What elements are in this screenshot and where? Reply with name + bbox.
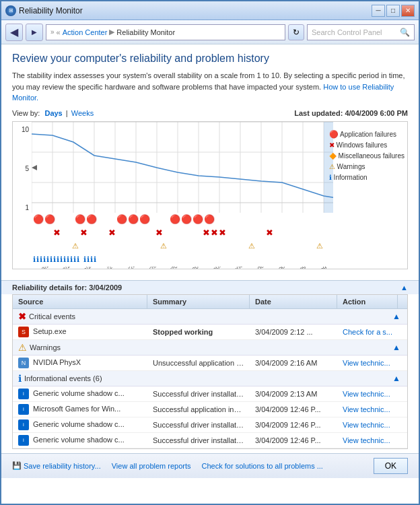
- cell-action[interactable]: View technic...: [337, 419, 398, 431]
- info-section-icon: ℹ: [18, 373, 22, 384]
- table-row[interactable]: S Setup.exe Stopped working 3/04/2009 2:…: [13, 325, 407, 340]
- legend-information: ℹ Information: [329, 172, 405, 183]
- cell-action[interactable]: View technic...: [337, 403, 398, 415]
- collapse-details-icon[interactable]: ▲: [400, 283, 408, 292]
- weeks-link[interactable]: Weeks: [71, 109, 94, 117]
- toolbar: ◀ ▶ » « Action Center ▶ Reliability Moni…: [1, 20, 419, 44]
- x-axis-labels: 18/03/2009 19/03/2009 20/03/2009 22/03/2…: [32, 267, 333, 269]
- close-button[interactable]: ✕: [401, 5, 415, 17]
- info-row-icon: i: [18, 404, 29, 415]
- critical-icon: ✖: [18, 311, 26, 322]
- table-row[interactable]: N NVIDIA PhysX Unsuccessful application …: [13, 356, 407, 371]
- save-icon: 💾: [12, 461, 22, 470]
- breadcrumb-action-center[interactable]: Action Center: [63, 28, 108, 36]
- table-header: Source Summary Date Action: [13, 295, 407, 309]
- legend-win-failures: ✖ Windows failures: [329, 140, 405, 151]
- cell-date: 3/04/2009 12:46 P...: [250, 434, 337, 446]
- setup-icon: S: [18, 327, 29, 337]
- col-action: Action: [337, 295, 398, 308]
- cell-summary: Successful application installati...: [147, 403, 250, 415]
- view-problems-link[interactable]: View all problem reports: [112, 462, 191, 470]
- cell-source: i Microsoft Games for Win...: [13, 402, 147, 417]
- table-row[interactable]: i Generic volume shadow c... Successful …: [13, 417, 407, 433]
- chart-icons-area: 🔴 🔴 🔴 🔴 🔴 🔴 🔴 🔴 🔴 🔴 🔴 ✖ ✖ ✖: [32, 213, 333, 269]
- section-info: ℹ Informational events (6) ▲: [13, 371, 407, 386]
- last-updated: Last updated: 4/04/2009 6:00 PM: [294, 109, 408, 117]
- search-placeholder: Search Control Panel: [312, 28, 382, 36]
- chart-y-axis: 10 5 1: [13, 122, 32, 269]
- legend-warnings: ⚠ Warnings: [329, 162, 405, 172]
- table-row[interactable]: i Generic volume shadow c... Successful …: [13, 433, 407, 448]
- maximize-button[interactable]: □: [386, 5, 400, 17]
- title-bar: ⊞ Reliability Monitor ─ □ ✕: [1, 1, 419, 20]
- cell-date: 3/04/2009 2:13 AM: [250, 388, 337, 400]
- cell-action[interactable]: View technic...: [337, 434, 398, 446]
- svg-text:24/03/2009: 24/03/2009: [139, 267, 162, 269]
- svg-rect-0: [32, 122, 333, 213]
- table-row[interactable]: i Microsoft Games for Win... Successful …: [13, 402, 407, 417]
- chart-main: 🔴 🔴 🔴 🔴 🔴 🔴 🔴 🔴 🔴 🔴 🔴 ✖ ✖ ✖: [32, 122, 407, 269]
- info-row-icon: i: [18, 435, 29, 446]
- view-row: View by: Days | Weeks Last updated: 4/04…: [12, 109, 408, 117]
- page-title: Review your computer's reliability and p…: [12, 53, 408, 65]
- info-row-icon: i: [18, 389, 29, 399]
- svg-text:18/03/2009: 18/03/2009: [33, 267, 57, 269]
- view-by: View by: Days | Weeks: [12, 109, 94, 117]
- save-reliability-link[interactable]: 💾 Save reliability history...: [12, 461, 101, 470]
- svg-text:22/03/2009: 22/03/2009: [96, 267, 120, 269]
- cell-source: N NVIDIA PhysX: [13, 356, 147, 370]
- cell-summary: Successful driver installation: [147, 419, 250, 431]
- warning-section-icon: ⚠: [18, 342, 27, 353]
- minimize-button[interactable]: ─: [372, 5, 385, 17]
- forward-button[interactable]: ▶: [26, 24, 43, 41]
- cell-action[interactable]: View technic...: [337, 357, 398, 369]
- search-box[interactable]: Search Control Panel 🔍: [307, 24, 415, 40]
- svg-text:2/04/2009: 2/04/2009: [307, 267, 328, 269]
- cell-action[interactable]: Check for a s...: [337, 326, 398, 338]
- cell-date: 3/04/2009 2:16 AM: [250, 357, 337, 369]
- cell-summary: Successful driver installation: [147, 434, 250, 446]
- refresh-button[interactable]: ↻: [288, 24, 304, 40]
- address-bar[interactable]: » « Action Center ▶ Reliability Monitor: [46, 24, 285, 40]
- col-summary: Summary: [147, 295, 250, 308]
- collapse-critical-icon[interactable]: ▲: [392, 312, 402, 321]
- cell-summary: Successful driver installation: [147, 388, 250, 400]
- svg-text:23/03/2009: 23/03/2009: [118, 267, 141, 269]
- chart-svg: [32, 122, 333, 213]
- cell-source: S Setup.exe: [13, 325, 147, 339]
- svg-text:28/03/2009: 28/03/2009: [223, 267, 246, 269]
- ok-button[interactable]: OK: [374, 458, 408, 474]
- info-row-icon: i: [18, 419, 29, 430]
- svg-text:1/04/2009: 1/04/2009: [286, 267, 308, 269]
- svg-text:3/04/200: 3/04/200: [328, 267, 333, 269]
- chart-container[interactable]: 10 5 1: [12, 121, 408, 269]
- table-row[interactable]: i Generic volume shadow c... Successful …: [13, 386, 407, 402]
- address-icon: »: [50, 28, 55, 36]
- cell-source: i Generic volume shadow c...: [13, 417, 147, 432]
- cell-date: 3/04/2009 2:12 ...: [250, 326, 337, 338]
- collapse-warnings-icon[interactable]: ▲: [392, 343, 402, 352]
- cell-scroll: [398, 330, 408, 334]
- back-button[interactable]: ◀: [5, 24, 23, 41]
- cell-summary: Unsuccessful application install...: [147, 357, 250, 369]
- cell-date: 3/04/2009 12:46 P...: [250, 403, 337, 415]
- section-critical: ✖ Critical events ▲: [13, 309, 407, 325]
- col-scroll: [398, 295, 408, 308]
- svg-text:27/03/2009: 27/03/2009: [202, 267, 225, 269]
- col-date: Date: [250, 295, 337, 308]
- check-solutions-link[interactable]: Check for solutions to all problems ...: [202, 462, 323, 470]
- svg-text:19/03/2009: 19/03/2009: [55, 267, 78, 269]
- legend-app-failures: 🔴 Application failures: [329, 129, 405, 141]
- col-source: Source: [13, 295, 147, 308]
- svg-text:29/03/2009: 29/03/2009: [244, 267, 267, 269]
- search-icon: 🔍: [400, 28, 410, 37]
- days-link[interactable]: Days: [44, 109, 62, 117]
- collapse-info-icon[interactable]: ▲: [392, 374, 402, 383]
- section-warnings: ⚠ Warnings ▲: [13, 340, 407, 356]
- cell-source: i Generic volume shadow c...: [13, 433, 147, 448]
- chart-legend: 🔴 Application failures ✖ Windows failure…: [329, 129, 405, 184]
- cell-action[interactable]: View technic...: [337, 388, 398, 400]
- main-content: Review your computer's reliability and p…: [1, 44, 419, 280]
- cell-source: i Generic volume shadow c...: [13, 386, 147, 401]
- window-title: Reliability Monitor: [19, 6, 83, 15]
